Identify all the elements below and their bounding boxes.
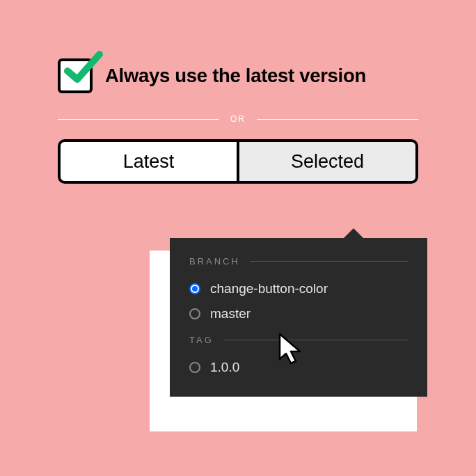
radio-icon xyxy=(189,308,200,319)
divider-label: OR xyxy=(219,114,257,124)
popover-section-branch: BRANCH xyxy=(189,256,408,267)
divider-line-right xyxy=(257,119,418,120)
divider-line-left xyxy=(58,119,219,120)
or-divider: OR xyxy=(58,114,418,124)
branch-option-master[interactable]: master xyxy=(189,301,408,326)
popover-arrow-icon xyxy=(342,228,365,239)
version-toggle: Latest Selected xyxy=(58,139,418,184)
radio-label: 1.0.0 xyxy=(210,360,239,375)
toggle-option-latest[interactable]: Latest xyxy=(61,142,237,181)
section-label-branch: BRANCH xyxy=(189,256,240,267)
popover-section-tag: TAG xyxy=(189,335,408,345)
radio-icon xyxy=(189,362,200,373)
radio-icon xyxy=(189,283,200,294)
radio-label: master xyxy=(210,306,251,322)
always-latest-checkbox[interactable] xyxy=(58,58,93,93)
section-label-tag: TAG xyxy=(189,335,214,345)
section-divider xyxy=(250,261,408,262)
toggle-option-selected[interactable]: Selected xyxy=(237,142,415,181)
version-popover: BRANCH change-button-color master TAG 1.… xyxy=(170,238,427,397)
always-latest-row: Always use the latest version xyxy=(58,58,418,93)
section-divider xyxy=(223,340,408,340)
branch-option-change-button-color[interactable]: change-button-color xyxy=(189,276,408,301)
checkmark-icon xyxy=(62,47,104,89)
radio-label: change-button-color xyxy=(210,281,328,296)
tag-option-1-0-0[interactable]: 1.0.0 xyxy=(189,355,408,380)
always-latest-label: Always use the latest version xyxy=(105,65,366,87)
